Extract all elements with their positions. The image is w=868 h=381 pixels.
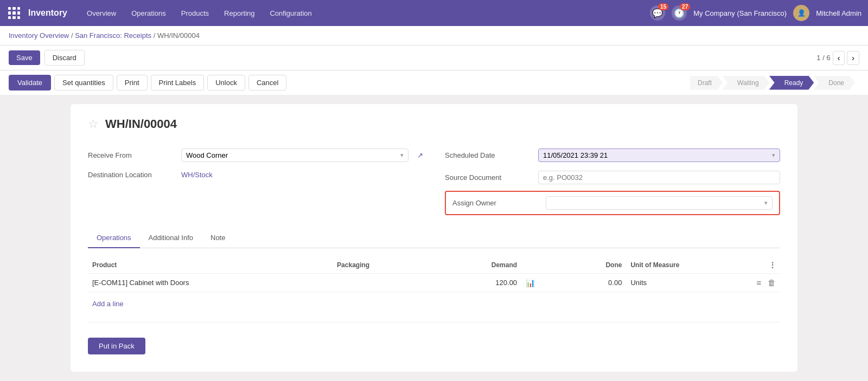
status-bar: Validate Set quantities Print Print Labe…: [0, 70, 868, 95]
form-fields: Receive From ▾ ↗ Destination Location WH…: [88, 144, 780, 217]
stage-ready[interactable]: Ready: [769, 76, 814, 90]
set-quantities-button[interactable]: Set quantities: [54, 75, 113, 91]
row-actions-cell: ≡ 🗑: [710, 274, 780, 292]
breadcrumb-part-1[interactable]: Inventory Overview: [9, 31, 69, 40]
nav-reporting[interactable]: Reporting: [218, 5, 261, 22]
col-header-chart: [521, 257, 556, 274]
form-tabs: Operations Additional Info Note: [88, 228, 780, 248]
tab-additional-info[interactable]: Additional Info: [140, 228, 202, 248]
form-title: WH/IN/00004: [105, 117, 177, 131]
nav-overview[interactable]: Overview: [80, 5, 123, 22]
source-document-row: Source Document: [445, 166, 780, 189]
apps-icon[interactable]: [7, 5, 22, 21]
clock-count: 27: [680, 3, 690, 10]
chart-icon[interactable]: 📊: [526, 279, 535, 287]
record-navigation: 1 / 6 ‹ ›: [816, 51, 859, 65]
destination-location-value[interactable]: WH/Stock: [181, 171, 213, 179]
discard-button[interactable]: Discard: [44, 50, 85, 66]
right-fields: Scheduled Date ▾ Source Document Assign: [445, 144, 780, 217]
breadcrumb-current: WH/IN/00004: [157, 31, 200, 40]
assign-owner-inner: Assign Owner ▾: [452, 196, 773, 210]
receive-from-external-link-icon[interactable]: ↗: [417, 151, 423, 159]
col-header-done: Done: [557, 257, 627, 274]
row-delete-icon[interactable]: 🗑: [768, 278, 776, 287]
nav-configuration[interactable]: Configuration: [263, 5, 318, 22]
col-header-actions[interactable]: ⋮: [710, 257, 780, 274]
receive-from-field[interactable]: [186, 151, 398, 159]
app-brand[interactable]: Inventory: [28, 8, 67, 18]
nav-operations[interactable]: Operations: [125, 5, 173, 22]
validate-button[interactable]: Validate: [9, 75, 51, 91]
assign-owner-input[interactable]: ▾: [546, 196, 773, 210]
stage-waiting: Waiting: [722, 76, 770, 90]
top-navigation: Inventory Overview Operations Products R…: [0, 0, 868, 26]
assign-owner-label: Assign Owner: [452, 199, 539, 207]
assign-owner-dropdown-icon: ▾: [764, 199, 768, 206]
notifications-button[interactable]: 💬 15: [650, 5, 665, 21]
put-in-pack-button[interactable]: Put in Pack: [88, 338, 145, 354]
col-header-demand: Demand: [437, 257, 521, 274]
user-avatar[interactable]: 👤: [793, 5, 809, 21]
receive-from-dropdown-icon: ▾: [400, 152, 404, 159]
bottom-actions: Put in Pack: [88, 333, 780, 359]
prev-record-button[interactable]: ‹: [833, 51, 845, 65]
stage-draft: Draft: [690, 76, 723, 90]
add-line-button[interactable]: Add a line: [88, 296, 128, 311]
uom-cell: Units: [626, 274, 710, 292]
done-cell[interactable]: 0.00: [557, 274, 627, 292]
source-document-label: Source Document: [445, 173, 532, 182]
assign-owner-field[interactable]: [551, 199, 762, 207]
col-header-product: Product: [88, 257, 333, 274]
tab-note[interactable]: Note: [202, 228, 234, 248]
nav-right: 💬 15 🕐 27 My Company (San Francisco) 👤 M…: [650, 5, 861, 21]
table-row: [E-COM11] Cabinet with Doors 120.00 📊 0.…: [88, 274, 780, 292]
next-record-button[interactable]: ›: [847, 51, 859, 65]
receive-from-input[interactable]: ▾: [181, 148, 409, 162]
scheduled-date-field[interactable]: [543, 151, 770, 159]
operations-table: Product Packaging Demand Done Unit of Me…: [88, 257, 780, 292]
receive-from-label: Receive From: [88, 151, 175, 159]
left-fields: Receive From ▾ ↗ Destination Location WH…: [88, 144, 423, 217]
clock-button[interactable]: 🕐 27: [672, 5, 687, 21]
record-position: 1 / 6: [816, 54, 830, 62]
receive-from-row: Receive From ▾ ↗: [88, 144, 423, 166]
destination-location-label: Destination Location: [88, 171, 175, 179]
favorite-star-icon[interactable]: ☆: [88, 117, 99, 131]
form-card: ☆ WH/IN/00004 Receive From ▾ ↗ Destinati…: [71, 104, 797, 372]
print-labels-button[interactable]: Print Labels: [151, 75, 205, 91]
breadcrumb-part-2[interactable]: San Francisco: Receipts: [75, 31, 151, 40]
action-bar: Save Discard 1 / 6 ‹ ›: [0, 46, 868, 70]
divider: [88, 322, 780, 322]
print-button[interactable]: Print: [117, 75, 148, 91]
three-dots-header-icon[interactable]: ⋮: [769, 261, 776, 269]
tab-operations[interactable]: Operations: [88, 228, 140, 248]
packaging-cell: [333, 274, 437, 292]
nav-products[interactable]: Products: [175, 5, 215, 22]
company-name: My Company (San Francisco): [693, 9, 787, 17]
demand-cell: 120.00: [437, 274, 521, 292]
scheduled-date-label: Scheduled Date: [445, 151, 532, 159]
source-document-input[interactable]: [538, 171, 780, 184]
save-button[interactable]: Save: [9, 50, 40, 65]
cancel-button[interactable]: Cancel: [248, 75, 286, 91]
row-detail-icon[interactable]: ≡: [757, 278, 762, 287]
chart-cell[interactable]: 📊: [521, 274, 556, 292]
col-header-uom: Unit of Measure: [626, 257, 710, 274]
destination-location-row: Destination Location WH/Stock: [88, 166, 423, 183]
user-initials: 👤: [797, 9, 806, 17]
scheduled-date-input[interactable]: ▾: [538, 148, 780, 162]
unlock-button[interactable]: Unlock: [207, 75, 245, 91]
col-header-packaging: Packaging: [333, 257, 437, 274]
product-cell[interactable]: [E-COM11] Cabinet with Doors: [88, 274, 333, 292]
stage-pipeline: Draft Waiting Ready Done: [691, 76, 855, 90]
stage-done[interactable]: Done: [813, 76, 855, 90]
source-document-field[interactable]: [543, 173, 775, 182]
form-title-row: ☆ WH/IN/00004: [88, 117, 780, 131]
scheduled-date-dropdown-icon: ▾: [772, 152, 775, 159]
user-name[interactable]: Mitchell Admin: [816, 9, 861, 17]
breadcrumb: Inventory Overview / San Francisco: Rece…: [0, 26, 868, 46]
assign-owner-section: Assign Owner ▾: [445, 191, 780, 215]
scheduled-date-row: Scheduled Date ▾: [445, 144, 780, 166]
main-content: ☆ WH/IN/00004 Receive From ▾ ↗ Destinati…: [0, 95, 868, 380]
notifications-count: 15: [658, 3, 668, 10]
